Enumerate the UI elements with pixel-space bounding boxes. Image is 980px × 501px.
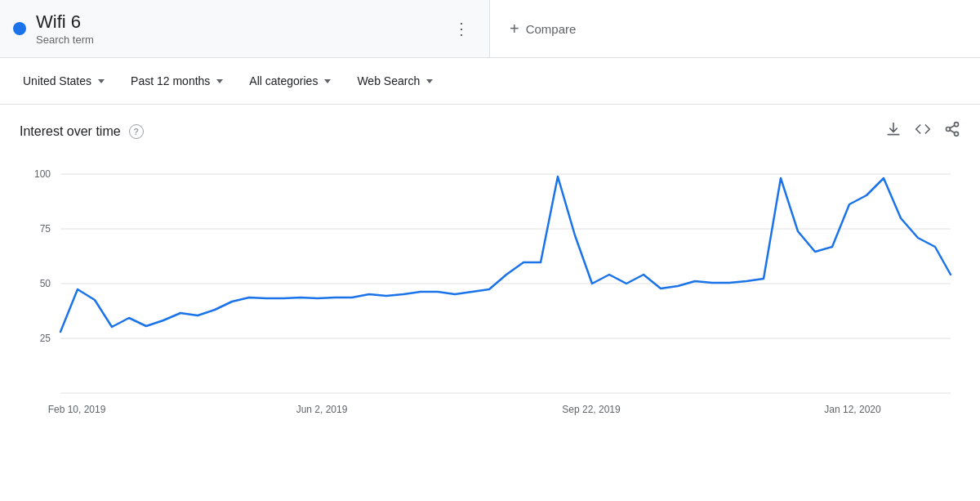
search-term-card: Wifi 6 Search term ⋮ (0, 0, 490, 57)
time-chevron-icon (216, 79, 223, 83)
x-label-jan: Jan 12, 2020 (824, 404, 881, 415)
y-label-75: 75 (40, 223, 51, 235)
chart-header: Interest over time ? (20, 121, 960, 141)
category-label: All categories (249, 74, 318, 87)
category-filter[interactable]: All categories (239, 68, 341, 94)
search-term-title: Wifi 6 (36, 11, 94, 33)
search-type-filter[interactable]: Web Search (347, 68, 443, 94)
x-label-sep: Sep 22, 2019 (562, 404, 621, 415)
search-term-text: Wifi 6 Search term (36, 11, 94, 46)
chart-title-group: Interest over time ? (20, 124, 144, 139)
svg-line-3 (950, 131, 955, 133)
time-filter[interactable]: Past 12 months (121, 68, 233, 94)
time-label: Past 12 months (131, 74, 210, 87)
x-label-jun: Jun 2, 2019 (296, 404, 348, 415)
chart-section: Interest over time ? (0, 105, 980, 438)
trend-line (60, 177, 951, 332)
x-label-feb: Feb 10, 2019 (48, 404, 106, 415)
compare-section: + Compare (490, 0, 980, 57)
region-filter[interactable]: United States (13, 68, 114, 94)
chart-container: 100 75 50 25 Feb 10, 2019 Jun 2, 2019 Se… (20, 158, 960, 438)
header-row: Wifi 6 Search term ⋮ + Compare (0, 0, 980, 58)
interest-chart: 100 75 50 25 Feb 10, 2019 Jun 2, 2019 Se… (20, 158, 960, 436)
chart-actions (885, 121, 960, 141)
help-icon[interactable]: ? (129, 124, 144, 139)
y-label-50: 50 (40, 278, 51, 289)
compare-button[interactable]: + Compare (510, 20, 576, 38)
embed-icon[interactable] (915, 121, 931, 141)
compare-plus-icon: + (510, 20, 519, 38)
region-chevron-icon (98, 79, 105, 83)
more-options-icon[interactable]: ⋮ (447, 16, 476, 42)
filters-row: United States Past 12 months All categor… (0, 58, 980, 105)
compare-label: Compare (526, 22, 577, 36)
search-term-subtitle: Search term (36, 34, 94, 46)
share-icon[interactable] (944, 121, 960, 141)
svg-line-4 (950, 126, 955, 128)
category-chevron-icon (324, 79, 331, 83)
search-type-label: Web Search (357, 74, 420, 87)
blue-dot-indicator (13, 22, 26, 35)
y-label-100: 100 (34, 168, 51, 180)
search-type-chevron-icon (426, 79, 433, 83)
download-icon[interactable] (885, 121, 902, 141)
region-label: United States (23, 74, 91, 87)
search-term-left: Wifi 6 Search term (13, 11, 94, 46)
y-label-25: 25 (40, 333, 51, 344)
chart-title: Interest over time (20, 124, 121, 139)
